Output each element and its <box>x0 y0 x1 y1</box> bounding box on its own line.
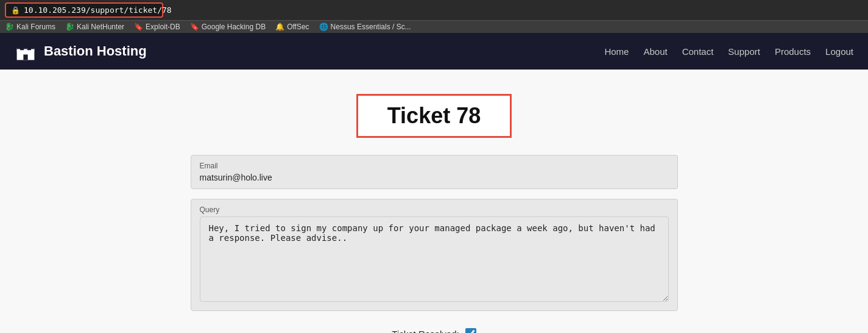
bookmark-label: Google Hacking DB <box>202 23 266 31</box>
svg-rect-7 <box>23 54 27 60</box>
bookmark-item[interactable]: 🔔OffSec <box>275 23 309 31</box>
svg-rect-5 <box>24 46 27 49</box>
navbar-links: Home About Contact Support Products Logo… <box>604 46 853 57</box>
query-field: Query <box>191 199 678 311</box>
nav-about[interactable]: About <box>643 46 667 57</box>
address-text: 10.10.205.239/support/ticket/78 <box>24 5 172 15</box>
navbar: Bastion Hosting Home About Contact Suppo… <box>0 33 868 70</box>
email-label: Email <box>200 162 669 170</box>
query-textarea[interactable] <box>200 217 669 302</box>
bookmark-icon: 🔔 <box>275 23 284 31</box>
nav-contact[interactable]: Contact <box>682 46 714 57</box>
bookmark-icon: 🐉 <box>5 23 14 31</box>
bookmark-label: Nessus Essentials / Sc... <box>331 23 411 31</box>
bookmark-item[interactable]: 🐉Kali NetHunter <box>65 23 124 31</box>
bookmark-item[interactable]: 🔖Google Hacking DB <box>190 23 266 31</box>
nav-products[interactable]: Products <box>775 46 811 57</box>
bookmark-label: Kali NetHunter <box>77 23 124 31</box>
address-bar[interactable]: 🔒 10.10.205.239/support/ticket/78 <box>5 2 163 18</box>
bookmarks-bar: 🐉Kali Forums🐉Kali NetHunter🔖Exploit-DB🔖G… <box>0 20 868 33</box>
bookmark-icon: 🐉 <box>65 23 74 31</box>
svg-rect-4 <box>17 46 20 49</box>
svg-rect-6 <box>31 46 34 49</box>
bookmark-label: OffSec <box>287 23 309 31</box>
email-value: matsurin@holo.live <box>200 173 669 182</box>
bookmark-label: Kali Forums <box>16 23 55 31</box>
lock-icon: 🔒 <box>11 6 20 15</box>
resolved-label: Ticket Resolved: <box>392 329 459 334</box>
bookmark-item[interactable]: 🌐Nessus Essentials / Sc... <box>319 23 411 31</box>
bookmark-label: Exploit-DB <box>146 23 180 31</box>
query-label: Query <box>200 206 669 214</box>
bookmark-icon: 🔖 <box>134 23 143 31</box>
ticket-title: Ticket 78 <box>387 103 481 129</box>
resolved-checkbox[interactable] <box>465 328 476 333</box>
nav-home[interactable]: Home <box>604 46 629 57</box>
email-group: Email matsurin@holo.live <box>191 155 678 189</box>
main-content: Ticket 78 Email matsurin@holo.live Query… <box>0 70 868 333</box>
brand-name: Bastion Hosting <box>44 43 147 59</box>
browser-chrome: 🔒 10.10.205.239/support/ticket/78 🐉Kali … <box>0 0 868 33</box>
navbar-brand[interactable]: Bastion Hosting <box>15 40 147 62</box>
address-bar-row: 🔒 10.10.205.239/support/ticket/78 <box>0 0 868 20</box>
nav-logout[interactable]: Logout <box>825 46 853 57</box>
query-group: Query <box>191 199 678 311</box>
resolved-row: Ticket Resolved: <box>392 328 476 333</box>
castle-icon <box>15 40 37 62</box>
bookmark-icon: 🔖 <box>190 23 199 31</box>
email-field: Email matsurin@holo.live <box>191 155 678 189</box>
nav-support[interactable]: Support <box>728 46 760 57</box>
bookmark-item[interactable]: 🔖Exploit-DB <box>134 23 180 31</box>
bookmark-icon: 🌐 <box>319 23 328 31</box>
ticket-title-wrapper: Ticket 78 <box>356 94 512 138</box>
bookmark-item[interactable]: 🐉Kali Forums <box>5 23 55 31</box>
